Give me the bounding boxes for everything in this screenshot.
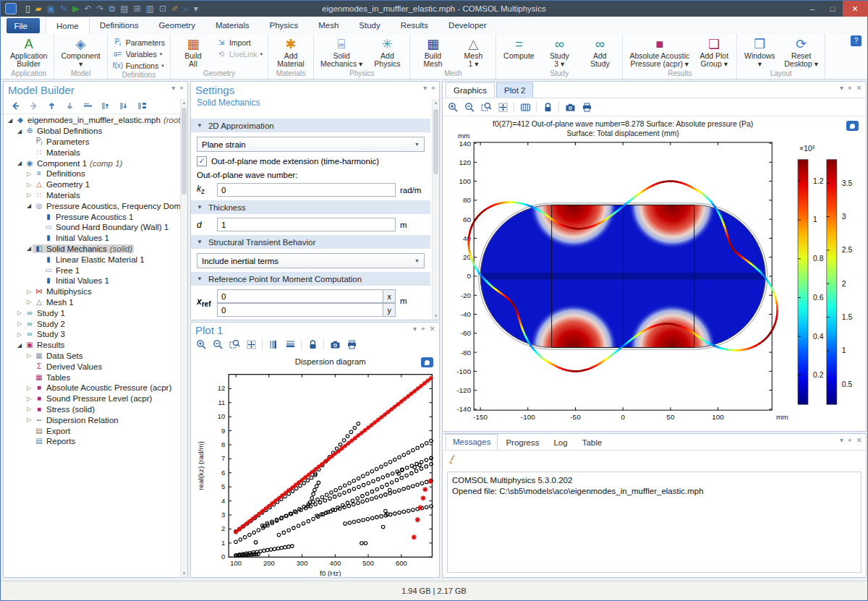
collapse-arrow-icon[interactable]: ◢ [16,160,23,166]
tree-item-pressure-acoustics-frequency-domain[interactable]: ◢◎Pressure Acoustics, Frequency Domain(a… [4,200,182,211]
file-button[interactable]: File▾ [7,18,40,33]
tree-item-stress-solid-[interactable]: ▷■Stress (solid) [4,404,182,415]
tree-item-export[interactable]: ▤Export [4,425,182,436]
expand-arrow-icon[interactable]: ▷ [25,396,33,402]
camera-icon[interactable] [329,338,341,350]
print-icon[interactable] [346,338,357,350]
y-axis-log-icon[interactable] [268,338,279,350]
zoom-extents-icon[interactable] [497,101,509,113]
help-button[interactable]: ? [851,35,861,46]
zoom-out-icon[interactable] [464,101,475,113]
tree-item-absolute-acoustic-pressure-acpr-[interactable]: ▷■Absolute Acoustic Pressure (acpr) [4,383,182,393]
panel-pin-icon[interactable]: ⌖ [179,84,184,93]
collapse-arrow-icon[interactable]: ◢ [25,203,33,209]
maximize-button[interactable]: □ [822,1,843,17]
zoom-out-icon[interactable] [212,338,224,350]
show-icon[interactable] [82,100,93,111]
tree-item-results[interactable]: ◢▣Results [4,340,182,351]
collapse-arrow-icon[interactable]: ◢ [16,128,23,135]
tree-item-geometry-1[interactable]: ▷△Geometry 1 [4,179,182,190]
expand-arrow-icon[interactable]: ▷ [25,182,33,188]
tree-item-tables[interactable]: ▦Tables [4,372,182,383]
add-button[interactable]: ∞Add Study [580,35,619,69]
zoom-extents-icon[interactable] [245,338,257,350]
panel-pin-icon[interactable]: ⌖ [421,325,425,333]
tree-item-solid-mechanics[interactable]: ◢◧Solid Mechanics(solid) [4,244,182,255]
duplicate-icon[interactable]: ⊞ [134,4,141,13]
search-icon[interactable]: ⌕ [184,4,189,13]
dispersion-chart[interactable]: Dispersion diagram1002003004005006000123… [192,353,438,576]
forward-icon[interactable] [27,100,39,111]
clear-messages-icon[interactable] [447,453,459,465]
tree-item-initial-values-1[interactable]: ▮Initial Values 1 [4,276,182,286]
lock-icon[interactable] [307,338,318,350]
collapse-arrow-icon[interactable]: ◢ [16,342,23,349]
select-icon[interactable]: ⊡ [159,4,166,13]
close-button[interactable]: ✕ [843,1,867,17]
open-file-icon[interactable]: ▰ [35,4,42,13]
tree-item-data-sets[interactable]: ▷▦Data Sets [4,351,182,362]
tree-item-sound-hard-boundary-wall-1[interactable]: ▭Sound Hard Boundary (Wall) 1 [4,222,182,233]
save-icon[interactable]: ▣ [47,4,55,13]
tree-item-initial-values-1[interactable]: ▮Initial Values 1 [4,233,182,244]
new-file-icon[interactable]: ▯ [25,4,30,13]
redo-icon[interactable]: ↷ [97,4,104,13]
study-button[interactable]: ∞Study 3 ▾ [540,35,579,69]
collapse-arrow-icon[interactable]: ◢ [7,117,14,124]
paste-icon[interactable]: ▤ [120,4,128,13]
tree-item-linear-elastic-material-1[interactable]: ▮Linear Elastic Material 1 [4,254,182,265]
settings-scrollbar[interactable]: ▲▼ [432,99,439,320]
ribbon-tab-home[interactable]: Home [46,17,90,35]
tree-item-study-1[interactable]: ▷∞Study 1 [4,307,182,318]
save-as-icon[interactable]: ✎ [60,4,67,13]
ribbon-tab-physics[interactable]: Physics [260,17,309,33]
add-button[interactable]: ✳Add Physics [367,35,407,69]
solid-button[interactable]: ⌸Solid Mechanics ▾ [317,35,366,69]
tree-item-pressure-acoustics-1[interactable]: ▮Pressure Acoustics 1 [4,211,182,222]
tree-item-free-1[interactable]: ▭Free 1 [4,265,182,276]
parameters-button[interactable]: PiParameters [111,37,167,48]
component-button[interactable]: ◈Component ▾ [57,35,103,69]
delete-icon[interactable]: ▥ [146,4,154,13]
tree-item-study-2[interactable]: ▷∞Study 2 [4,318,182,329]
expand-arrow-icon[interactable]: ▷ [25,406,33,412]
panel-menu-icon[interactable]: ▾ [423,84,427,93]
back-icon[interactable] [9,100,21,111]
messages-tab-messages[interactable]: Messages [446,434,498,450]
model-tree-node-icon[interactable] [136,100,148,111]
absolute-acoustic-button[interactable]: ■Absolute Acoustic Pressure (acpr) ▾ [626,35,693,69]
thickness-input[interactable]: 1 [217,218,396,231]
tree-item-definitions[interactable]: ▷≡Definitions [4,169,182,179]
panel-pin-icon[interactable]: ⌖ [848,84,852,93]
qat-menu-icon[interactable]: ▾ [194,4,198,13]
expand-arrow-icon[interactable]: ▷ [16,310,23,316]
panel-pin-icon[interactable]: ⌖ [431,84,435,93]
import-button[interactable]: ⇲Import [214,37,265,48]
plot-menu-icon[interactable] [421,357,433,367]
tree-item-derived-values[interactable]: ΣDerived Values [4,361,182,372]
expand-arrow-icon[interactable]: ▷ [16,331,23,338]
x-axis-log-icon[interactable] [284,338,296,350]
move-down-icon[interactable] [64,100,75,111]
panel-menu-icon[interactable]: ▾ [840,84,843,93]
tree-item-global-definitions[interactable]: ◢⊕Global Definitions [4,126,182,137]
zoom-in-icon[interactable] [195,338,207,350]
mesh-button[interactable]: △Mesh 1 ▾ [454,35,493,69]
panel-menu-icon[interactable]: ▾ [840,436,843,445]
zoom-box-icon[interactable] [229,338,240,350]
tree-item-reports[interactable]: ▤Reports [4,436,182,447]
tree-item-multiphysics[interactable]: ▷⋈Multiphysics [4,286,182,297]
collapse-arrow-icon[interactable]: ◢ [25,245,33,252]
xref-y-input[interactable]: 0 [217,303,383,317]
transient-behavior-select[interactable]: Include inertial terms▼ [197,253,425,268]
print-icon[interactable] [581,101,592,113]
ribbon-tab-results[interactable]: Results [391,17,438,33]
ribbon-tab-study[interactable]: Study [349,17,390,33]
expand-arrow-icon[interactable]: ▷ [25,192,33,198]
move-up-icon[interactable] [46,100,57,111]
expand-arrow-icon[interactable]: ▷ [25,289,33,295]
panel-pin-icon[interactable]: ⌖ [848,436,852,445]
collapse-icon[interactable] [118,100,129,111]
panel-close-icon[interactable]: ✕ [856,84,862,93]
tree-item-component-1[interactable]: ◢◉Component 1(comp 1) [4,158,182,169]
